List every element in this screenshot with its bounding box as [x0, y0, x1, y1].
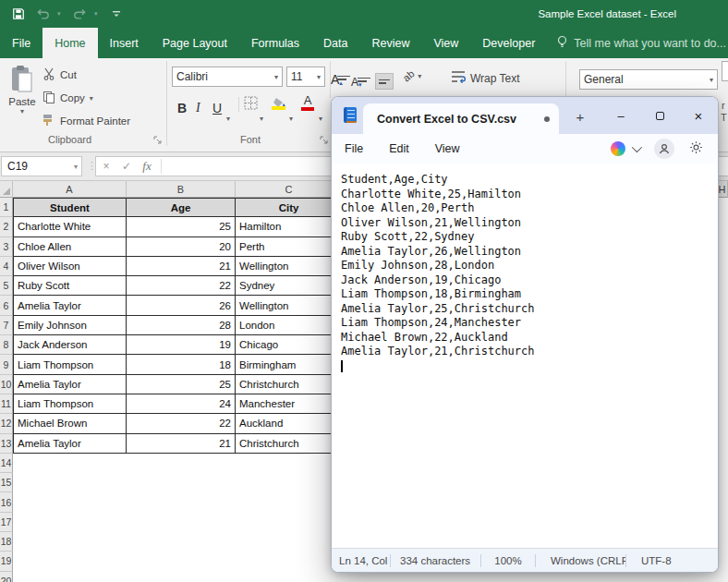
number-format-combobox[interactable]: General ▾	[579, 69, 718, 90]
cell[interactable]: Auckland	[236, 414, 343, 433]
underline-button[interactable]: U	[212, 95, 222, 115]
row-number[interactable]: 14	[0, 454, 13, 473]
italic-button[interactable]: I	[196, 95, 200, 115]
font-name-combobox[interactable]: Calibri ▾	[172, 67, 283, 87]
row-number[interactable]: 15	[0, 473, 13, 492]
cell[interactable]: Birmingham	[236, 355, 343, 374]
menu-file[interactable]: File	[345, 142, 363, 155]
number-format-dropdown-icon[interactable]: ▾	[710, 76, 713, 84]
cell[interactable]: Christchurch	[236, 434, 343, 454]
cell[interactable]: 21	[127, 257, 236, 276]
font-size-dropdown-icon[interactable]: ▾	[317, 73, 321, 81]
font-color-button[interactable]: A	[301, 93, 314, 114]
status-zoom-level[interactable]: 100%	[481, 555, 535, 566]
cell[interactable]: Wellington	[236, 296, 343, 315]
wrap-text-button[interactable]	[451, 70, 466, 87]
settings-button[interactable]	[689, 140, 703, 158]
fill-color-dropdown-icon[interactable]: ▾	[289, 103, 293, 123]
cell[interactable]: 18	[127, 355, 236, 374]
orientation-dropdown-icon[interactable]: ▾	[418, 72, 421, 80]
row-number[interactable]: 12	[0, 414, 13, 433]
select-all-button[interactable]	[0, 181, 13, 198]
tab-developer[interactable]: Developer	[470, 28, 547, 58]
tab-file[interactable]: File	[0, 28, 42, 58]
cell[interactable]: Amelia Taylor	[13, 375, 127, 394]
customize-qat-icon[interactable]	[107, 5, 126, 23]
tab-insert[interactable]: Insert	[98, 28, 151, 58]
copilot-button[interactable]	[611, 141, 639, 156]
cell[interactable]: Michael Brown	[13, 414, 127, 433]
row-number[interactable]: 16	[0, 492, 13, 512]
redo-icon[interactable]	[70, 5, 89, 23]
row-number[interactable]: 4	[0, 257, 13, 276]
borders-dropdown-icon[interactable]: ▾	[260, 103, 263, 123]
cut-button[interactable]: Cut	[42, 66, 77, 84]
tab-page-layout[interactable]: Page Layout	[151, 28, 239, 58]
redo-dropdown-icon[interactable]: ▾	[94, 10, 102, 18]
cell[interactable]: Hamilton	[236, 217, 343, 236]
name-box[interactable]: C19 ▾	[1, 156, 82, 176]
row-number[interactable]: 18	[0, 532, 13, 552]
cell[interactable]: 25	[127, 217, 236, 236]
enter-icon[interactable]: ✓	[116, 160, 137, 173]
cell[interactable]: Liam Thompson	[13, 355, 127, 374]
menu-view[interactable]: View	[435, 142, 460, 155]
column-header-b[interactable]: B	[127, 181, 236, 198]
row-number[interactable]: 20	[0, 572, 13, 582]
font-dialog-launcher-icon[interactable]	[320, 136, 329, 145]
notepad-titlebar[interactable]: Convert Excel to CSV.csv + – ×	[332, 97, 718, 134]
notepad-tab[interactable]: Convert Excel to CSV.csv	[363, 103, 559, 134]
cell[interactable]: 24	[127, 394, 236, 414]
maximize-button[interactable]	[640, 97, 679, 134]
cell[interactable]: Amelia Taylor	[13, 434, 127, 454]
paste-button[interactable]: Paste ▾	[4, 65, 41, 131]
fill-color-button[interactable]	[272, 95, 286, 112]
row-number[interactable]: 13	[0, 434, 13, 454]
undo-dropdown-icon[interactable]: ▾	[57, 10, 65, 18]
cell[interactable]: 22	[127, 276, 236, 296]
cell[interactable]: Christchurch	[236, 375, 343, 394]
minimize-button[interactable]: –	[601, 97, 640, 134]
row-number[interactable]: 1	[0, 198, 13, 217]
font-color-dropdown-icon[interactable]: ▾	[319, 103, 322, 123]
cell[interactable]: Sydney	[236, 276, 343, 296]
close-button[interactable]: ×	[679, 97, 718, 134]
cell[interactable]: Perth	[236, 237, 343, 257]
row-number[interactable]: 5	[0, 276, 13, 296]
row-number[interactable]: 6	[0, 296, 13, 315]
menu-edit[interactable]: Edit	[389, 142, 409, 155]
tab-review[interactable]: Review	[359, 28, 421, 58]
undo-icon[interactable]	[33, 5, 52, 23]
tab-home[interactable]: Home	[42, 28, 97, 58]
column-header-c[interactable]: C	[236, 181, 343, 198]
underline-dropdown-icon[interactable]: ▾	[226, 103, 230, 123]
font-name-dropdown-icon[interactable]: ▾	[274, 73, 278, 81]
cell[interactable]: Chicago	[236, 335, 343, 355]
cell[interactable]: Liam Thompson	[13, 394, 127, 414]
borders-button[interactable]	[244, 96, 258, 114]
orientation-button[interactable]: ab ▾	[403, 70, 421, 81]
tab-view[interactable]: View	[421, 28, 470, 58]
cell[interactable]: Amelia Taylor	[13, 296, 127, 315]
format-painter-button[interactable]: Format Painter	[42, 112, 130, 130]
cell[interactable]: 26	[127, 296, 236, 315]
row-number[interactable]: 7	[0, 316, 13, 335]
row-number[interactable]: 2	[0, 217, 13, 236]
row-number[interactable]: 3	[0, 237, 13, 257]
cell[interactable]: 19	[127, 335, 236, 355]
notepad-text-area[interactable]: Student,Age,City Charlotte White,25,Hami…	[332, 164, 718, 548]
cell-b1[interactable]: Age	[127, 198, 236, 217]
cancel-icon[interactable]: ×	[96, 160, 116, 173]
cell[interactable]: Wellington	[236, 257, 343, 276]
save-icon[interactable]	[9, 5, 28, 23]
cell-c1[interactable]: City	[236, 198, 343, 217]
tab-data[interactable]: Data	[311, 28, 359, 58]
cell[interactable]: Jack Anderson	[13, 335, 127, 355]
cell[interactable]: Ruby Scott	[13, 276, 127, 296]
cell-a1[interactable]: Student	[13, 198, 127, 217]
cell[interactable]: Oliver Wilson	[13, 257, 127, 276]
middle-align-button[interactable]	[355, 71, 373, 88]
cell[interactable]: Emily Johnson	[13, 316, 127, 335]
cell[interactable]: 21	[127, 434, 236, 454]
cell[interactable]: Charlotte White	[13, 217, 127, 236]
